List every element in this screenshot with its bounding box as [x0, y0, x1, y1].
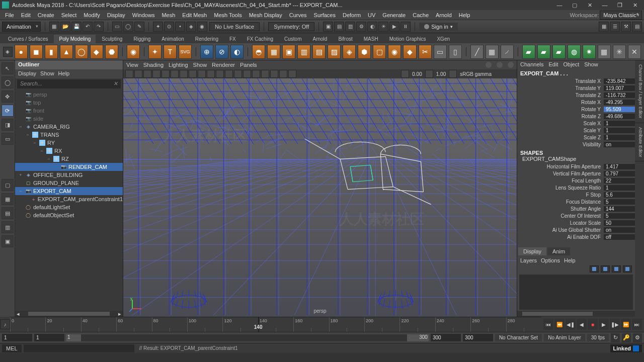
signin-button[interactable]: Sign in▾: [419, 23, 458, 31]
redo-icon[interactable]: ↷: [94, 22, 104, 32]
quad-draw-icon[interactable]: ▦: [486, 45, 499, 59]
vp-colorspace-icon[interactable]: [449, 70, 457, 78]
restore-button[interactable]: ❐: [613, 1, 627, 10]
layers-menu-layers[interactable]: Layers: [520, 257, 537, 263]
shelf-tab-custom[interactable]: Custom: [279, 35, 306, 43]
saved-layout-icon[interactable]: ▣: [2, 235, 14, 247]
outliner-item[interactable]: −◈CAMERA_RIG: [15, 123, 123, 131]
new-scene-icon[interactable]: ▦: [49, 22, 59, 32]
shelf-tab-fx[interactable]: FX: [224, 35, 241, 43]
vp-res-gate-icon[interactable]: [180, 70, 188, 78]
sculpt6-icon[interactable]: ▦: [598, 45, 611, 59]
chan-menu-show[interactable]: Show: [584, 61, 598, 68]
out-persp-icon[interactable]: ▤: [2, 207, 14, 219]
autokey-icon[interactable]: 🔑: [622, 333, 631, 342]
super-icon[interactable]: ✦: [148, 45, 162, 59]
outliner-item[interactable]: −✚RY: [15, 139, 123, 147]
sculpt1-icon[interactable]: ▰: [522, 45, 535, 59]
mirror-icon[interactable]: ▦: [267, 45, 280, 59]
attr-row[interactable]: Center Of Interest5: [517, 212, 635, 219]
sidetab-attribute[interactable]: Attribute Editor: [635, 123, 644, 162]
close-sub-button[interactable]: ✕: [583, 1, 597, 10]
hypershade-icon[interactable]: ◐: [367, 22, 377, 32]
close-button[interactable]: ✕: [628, 1, 642, 10]
outliner-item[interactable]: 📷persp: [15, 90, 123, 99]
outliner-item[interactable]: 📷front: [15, 107, 123, 115]
outliner-item[interactable]: ▢GROUND_PLANE: [15, 179, 123, 187]
anim-layer-dropdown[interactable]: No Anim Layer: [544, 334, 585, 341]
viewport[interactable]: 人人素材社区 人人素材社区 y persp: [123, 78, 517, 317]
sculpt5-icon[interactable]: ✷: [583, 45, 596, 59]
svg-icon[interactable]: SVG: [179, 45, 192, 59]
multi-cut-icon[interactable]: ✂: [419, 45, 432, 59]
anim-tab[interactable]: Anim: [547, 247, 570, 255]
prefs-icon[interactable]: ⚙: [633, 333, 642, 342]
module-dropdown[interactable]: Animation: [2, 22, 41, 32]
vp-gamma-val[interactable]: 1.00: [434, 71, 448, 77]
poly-torus-icon[interactable]: ◯: [75, 45, 88, 59]
detach-icon[interactable]: ▢: [373, 45, 386, 59]
attr-row[interactable]: Rotate Y95.509: [517, 106, 635, 113]
outliner-menu-display[interactable]: Display: [18, 70, 36, 77]
layer-btn2-icon[interactable]: [601, 265, 610, 273]
shelf-tab-mash[interactable]: MASH: [359, 35, 383, 43]
vp-film-gate-icon[interactable]: [171, 70, 179, 78]
combine-icon[interactable]: ⊕: [200, 45, 213, 59]
shelf-toggle-icon[interactable]: ◈: [3, 47, 13, 57]
attr-row[interactable]: Translate X-235.842: [517, 77, 635, 84]
vp-safe-action-icon[interactable]: [207, 70, 215, 78]
outliner-item[interactable]: −📷EXPORT_CAM: [15, 187, 123, 195]
range-inner-start-field[interactable]: [34, 334, 64, 341]
snap-curve-icon[interactable]: ⊙: [164, 22, 174, 32]
poly-cone-icon[interactable]: ▲: [60, 45, 73, 59]
playblast-icon[interactable]: ▶: [389, 22, 399, 32]
menu-editmesh[interactable]: Edit Mesh: [179, 11, 210, 19]
type-icon[interactable]: T: [164, 45, 177, 59]
menu-meshtools[interactable]: Mesh Tools: [211, 11, 245, 19]
shelf-tab-fxcaching[interactable]: FX Caching: [242, 35, 278, 43]
sculpt8-icon[interactable]: ✕: [628, 45, 641, 59]
outliner-menu-show[interactable]: Show: [40, 70, 54, 77]
outliner-item[interactable]: ◯defaultLightSet: [15, 203, 123, 211]
vp-shaded-icon[interactable]: [234, 70, 242, 78]
paint-select-icon[interactable]: ✎: [134, 22, 144, 32]
outliner-item[interactable]: −✚TRANS: [15, 131, 123, 139]
menu-modify[interactable]: Modify: [80, 11, 103, 19]
view-menu-show[interactable]: Show: [193, 62, 207, 68]
offset-loop-icon[interactable]: ▯: [449, 45, 462, 59]
chan-panel-icon[interactable]: ▤: [632, 22, 642, 32]
persp-graph-icon[interactable]: ▥: [2, 221, 14, 233]
outliner-item[interactable]: −✚RX: [15, 147, 123, 155]
menu-deform[interactable]: Deform: [340, 11, 364, 19]
time-slider[interactable]: ♪ 02040608010012014016018020022024026028…: [0, 317, 644, 332]
attr-row[interactable]: Ai Use Global Shutteron: [517, 226, 635, 233]
menu-select[interactable]: Select: [58, 11, 80, 19]
snap-plane-icon[interactable]: ◈: [186, 22, 196, 32]
shelf-tab-motiongraphics[interactable]: Motion Graphics: [384, 35, 431, 43]
outliner-item[interactable]: ⏚EXPORT_CAM_parentConstraint1: [15, 195, 123, 203]
mod-panel-icon[interactable]: ▦: [599, 22, 609, 32]
go-end-icon[interactable]: ⏭: [632, 319, 642, 330]
menu-uv[interactable]: UV: [365, 11, 378, 19]
view-max-icon[interactable]: [497, 62, 503, 68]
menu-cache[interactable]: Cache: [410, 11, 432, 19]
step-back-icon[interactable]: ◀❚: [566, 319, 576, 330]
maximize-button[interactable]: ▢: [568, 1, 582, 10]
boolean-icon[interactable]: ◓: [252, 45, 265, 59]
step-fwd-icon[interactable]: ❚▶: [610, 319, 620, 330]
chan-menu-channels[interactable]: Channels: [520, 61, 543, 68]
attr-row[interactable]: Locator Scale50: [517, 219, 635, 226]
sculpt2-icon[interactable]: ▰: [537, 45, 550, 59]
poly-plane-icon[interactable]: ◆: [90, 45, 103, 59]
vp-safe-title-icon[interactable]: [216, 70, 224, 78]
attr-row[interactable]: Translate Z-116.732: [517, 92, 635, 99]
outliner-tree[interactable]: 📷persp📷top📷front📷side−◈CAMERA_RIG−✚TRANS…: [15, 89, 123, 311]
render-icon[interactable]: ▣: [323, 22, 333, 32]
attr-row[interactable]: Scale X1: [517, 120, 635, 127]
display-tab[interactable]: Display: [518, 247, 546, 255]
outliner-item[interactable]: 📷RENDER_CAM: [15, 163, 123, 171]
platonic-icon[interactable]: ◉: [127, 45, 140, 59]
shelf-tab-curves[interactable]: Curves / Surfaces: [3, 35, 53, 43]
menu-create[interactable]: Create: [35, 11, 57, 19]
poly-disc-icon[interactable]: ⬣: [105, 45, 118, 59]
